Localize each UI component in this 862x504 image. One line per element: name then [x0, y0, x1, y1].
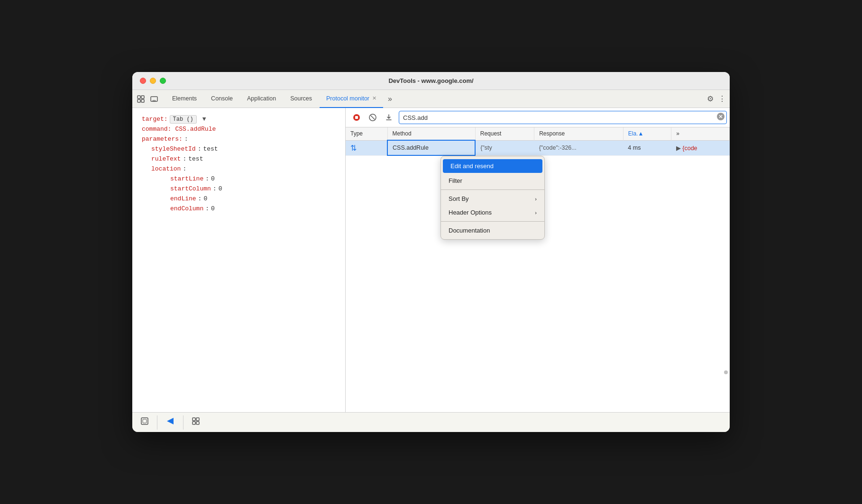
svg-rect-1: [141, 96, 144, 99]
cursor-icon[interactable]: [136, 94, 146, 104]
tab-bar-right: ⚙ ⋮: [707, 94, 726, 103]
tab-more-button[interactable]: »: [384, 95, 396, 103]
titlebar: DevTools - www.google.com/: [132, 72, 730, 90]
svg-rect-2: [138, 99, 140, 102]
devtools-body: Elements Console Application Sources Pro…: [132, 90, 730, 432]
svg-rect-3: [141, 99, 144, 102]
svg-rect-13: [141, 418, 148, 424]
tab-sources[interactable]: Sources: [284, 90, 319, 108]
search-input[interactable]: [399, 111, 727, 124]
context-menu-divider: [441, 189, 544, 190]
location-row: location :: [151, 165, 336, 172]
dropdown-arrow-icon[interactable]: ▼: [202, 116, 206, 123]
endColumn-key: endColumn: [170, 205, 203, 212]
clear-button[interactable]: [367, 111, 379, 124]
col-elapsed: Ela.▲: [623, 127, 671, 140]
cell-type: ⇅: [346, 140, 387, 155]
styleSheetId-key: styleSheetId: [151, 145, 196, 153]
endLine-row: endLine : 0: [170, 195, 336, 202]
cell-response: {"code":-326...: [534, 140, 624, 155]
table-header: Type Method Request Response Ela.▲ »: [346, 127, 730, 140]
ruleText-value: test: [188, 155, 203, 162]
traffic-lights: [140, 78, 166, 84]
endLine-key: endLine: [170, 195, 196, 202]
tab-protocol-monitor[interactable]: Protocol monitor ✕: [320, 90, 383, 108]
download-button[interactable]: [383, 111, 395, 124]
tab-close-icon[interactable]: ✕: [372, 95, 376, 101]
sort-by-chevron-icon: ›: [535, 196, 537, 202]
cell-expand: ▶ {code: [671, 140, 730, 155]
maximize-button[interactable]: [160, 78, 166, 84]
svg-line-9: [371, 116, 375, 119]
col-type: Type: [346, 127, 387, 140]
command-row: command: CSS.addRule: [142, 126, 336, 133]
startLine-row: startLine : 0: [170, 175, 336, 182]
context-menu: Edit and resend Filter Sort By › Header …: [440, 156, 545, 240]
startColumn-row: startColumn : 0: [170, 185, 336, 192]
context-menu-divider-2: [441, 221, 544, 222]
svg-rect-5: [153, 100, 156, 101]
right-panel: Type Method Request Response Ela.▲ »: [346, 108, 730, 412]
endLine-value: 0: [203, 195, 207, 202]
header-options-chevron-icon: ›: [535, 210, 537, 216]
minimize-button[interactable]: [150, 78, 156, 84]
bottom-divider-2: [183, 415, 183, 430]
ruleText-row: ruleText : test: [151, 155, 336, 162]
send-button[interactable]: [165, 416, 175, 429]
table-row[interactable]: ⇅ CSS.addRule {"sty {"code":-326... 4 ms…: [346, 140, 730, 155]
search-clear-icon[interactable]: [716, 112, 725, 123]
page-icon[interactable]: [140, 416, 149, 428]
svg-rect-19: [196, 422, 199, 424]
context-menu-header-options[interactable]: Header Options ›: [441, 206, 544, 219]
close-button[interactable]: [140, 78, 146, 84]
toolbar: [346, 108, 730, 127]
responsive-icon[interactable]: [149, 94, 159, 104]
endColumn-row: endColumn : 0: [170, 205, 336, 212]
context-menu-edit-resend[interactable]: Edit and resend: [443, 159, 542, 173]
parameters-key: parameters:: [142, 135, 183, 143]
bottom-bar: [132, 412, 730, 432]
protocol-table: Type Method Request Response Ela.▲ »: [346, 127, 730, 156]
location-key: location: [151, 165, 181, 172]
svg-rect-16: [193, 418, 195, 421]
startColumn-value: 0: [219, 185, 222, 192]
col-more[interactable]: »: [671, 127, 730, 140]
scrollbar-thumb[interactable]: [724, 370, 728, 374]
command-value: CSS.addRule: [175, 126, 216, 133]
context-menu-documentation[interactable]: Documentation: [441, 224, 544, 237]
target-row: target: Tab () ▼: [142, 116, 336, 123]
gear-icon[interactable]: ⚙: [707, 94, 714, 103]
startColumn-key: startColumn: [170, 185, 211, 192]
parameters-row: parameters: :: [142, 135, 336, 143]
startLine-value: 0: [211, 175, 215, 182]
svg-rect-14: [143, 419, 147, 423]
endColumn-value: 0: [211, 205, 215, 212]
context-menu-sort-by[interactable]: Sort By ›: [441, 192, 544, 206]
table-container: Type Method Request Response Ela.▲ »: [346, 127, 730, 412]
tab-application[interactable]: Application: [240, 90, 283, 108]
tab-console[interactable]: Console: [204, 90, 239, 108]
ruleText-key: ruleText: [151, 155, 181, 162]
styleSheetId-row: styleSheetId : test: [151, 145, 336, 153]
svg-rect-7: [355, 116, 358, 119]
col-method: Method: [387, 127, 475, 140]
col-request: Request: [475, 127, 534, 140]
svg-rect-18: [196, 418, 199, 421]
cell-elapsed: 4 ms: [623, 140, 671, 155]
settings-panel-icon[interactable]: [191, 416, 201, 428]
record-button[interactable]: [350, 111, 363, 124]
more-options-icon[interactable]: ⋮: [718, 94, 726, 103]
cell-request: {"sty: [475, 140, 534, 155]
svg-rect-17: [193, 422, 195, 424]
main-content: target: Tab () ▼ command: CSS.addRule pa…: [132, 108, 730, 412]
startLine-key: startLine: [170, 175, 203, 182]
window-title: DevTools - www.google.com/: [388, 77, 473, 84]
tab-elements[interactable]: Elements: [165, 90, 203, 108]
context-menu-filter[interactable]: Filter: [441, 174, 544, 188]
tab-bar-icons: [136, 94, 159, 104]
bottom-divider: [157, 415, 157, 430]
col-response: Response: [534, 127, 624, 140]
command-key: command:: [142, 126, 171, 133]
svg-rect-0: [138, 96, 140, 99]
target-key: target:: [142, 116, 168, 123]
